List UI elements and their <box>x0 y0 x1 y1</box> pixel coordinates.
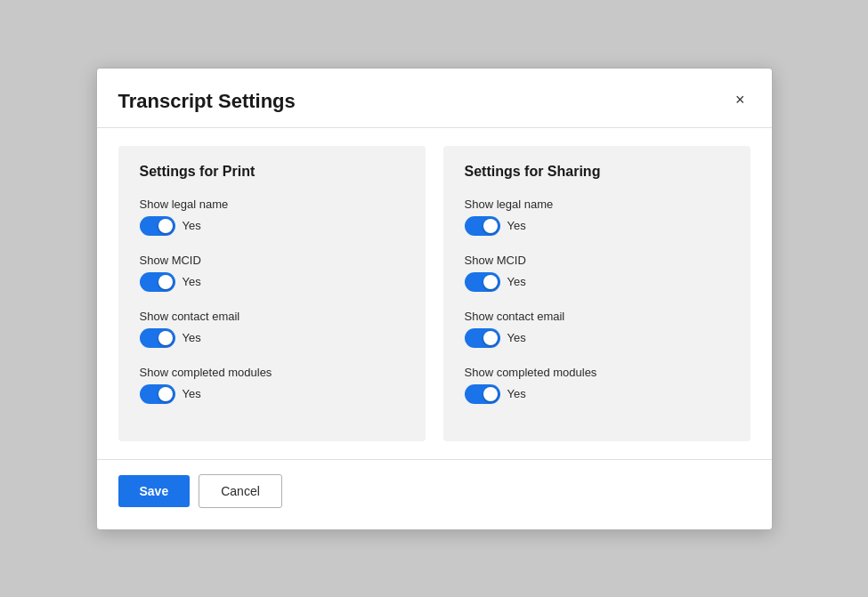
print-panel-title: Settings for Print <box>140 164 404 180</box>
transcript-settings-dialog: Transcript Settings × Settings for Print… <box>96 68 773 530</box>
sharing-legal-name-yes-label: Yes <box>507 219 526 232</box>
save-button[interactable]: Save <box>118 475 191 507</box>
print-completed-modules-toggle[interactable] <box>140 384 175 404</box>
sharing-completed-modules-item: Show completed modules Yes <box>465 366 729 404</box>
dialog-header: Transcript Settings × <box>97 69 772 128</box>
print-mcid-toggle[interactable] <box>140 272 175 292</box>
sharing-completed-modules-toggle[interactable] <box>465 384 500 404</box>
sharing-completed-modules-thumb <box>483 387 498 401</box>
sharing-contact-email-track <box>465 328 500 348</box>
sharing-completed-modules-toggle-row: Yes <box>465 384 729 404</box>
print-settings-panel: Settings for Print Show legal name Yes S… <box>118 146 426 441</box>
close-button[interactable]: × <box>730 90 750 109</box>
sharing-contact-email-thumb <box>483 331 498 345</box>
sharing-mcid-yes-label: Yes <box>507 275 526 288</box>
print-mcid-thumb <box>158 275 173 289</box>
sharing-mcid-item: Show MCID Yes <box>465 254 729 292</box>
print-legal-name-toggle[interactable] <box>140 216 175 236</box>
sharing-legal-name-item: Show legal name Yes <box>465 198 729 236</box>
sharing-mcid-thumb <box>483 275 498 289</box>
print-completed-modules-yes-label: Yes <box>183 387 201 400</box>
print-mcid-label: Show MCID <box>140 254 404 267</box>
sharing-mcid-toggle[interactable] <box>465 272 500 292</box>
print-legal-name-track <box>140 216 175 236</box>
print-legal-name-label: Show legal name <box>140 198 404 211</box>
dialog-title: Transcript Settings <box>118 90 296 113</box>
sharing-contact-email-item: Show contact email Yes <box>465 310 729 348</box>
print-completed-modules-item: Show completed modules Yes <box>140 366 404 404</box>
print-completed-modules-toggle-row: Yes <box>140 384 404 404</box>
sharing-legal-name-track <box>465 216 500 236</box>
sharing-legal-name-toggle[interactable] <box>465 216 500 236</box>
sharing-completed-modules-track <box>465 384 500 404</box>
dialog-footer: Save Cancel <box>97 459 772 529</box>
sharing-completed-modules-yes-label: Yes <box>507 387 526 400</box>
print-mcid-track <box>140 272 175 292</box>
sharing-legal-name-toggle-row: Yes <box>465 216 729 236</box>
print-completed-modules-label: Show completed modules <box>140 366 404 379</box>
print-contact-email-toggle[interactable] <box>140 328 175 348</box>
sharing-settings-panel: Settings for Sharing Show legal name Yes… <box>443 146 750 441</box>
sharing-contact-email-toggle-row: Yes <box>465 328 729 348</box>
sharing-contact-email-toggle[interactable] <box>465 328 500 348</box>
sharing-contact-email-label: Show contact email <box>465 310 729 323</box>
cancel-button[interactable]: Cancel <box>199 474 282 508</box>
print-contact-email-toggle-row: Yes <box>140 328 404 348</box>
dialog-body: Settings for Print Show legal name Yes S… <box>97 128 772 459</box>
print-contact-email-yes-label: Yes <box>183 331 201 344</box>
print-completed-modules-thumb <box>158 387 173 401</box>
sharing-completed-modules-label: Show completed modules <box>465 366 729 379</box>
print-mcid-yes-label: Yes <box>183 275 201 288</box>
print-legal-name-thumb <box>158 219 173 233</box>
sharing-mcid-label: Show MCID <box>465 254 729 267</box>
sharing-contact-email-yes-label: Yes <box>507 331 526 344</box>
print-contact-email-track <box>140 328 175 348</box>
print-completed-modules-track <box>140 384 175 404</box>
sharing-legal-name-thumb <box>483 219 498 233</box>
print-contact-email-item: Show contact email Yes <box>140 310 404 348</box>
print-legal-name-yes-label: Yes <box>183 219 201 232</box>
sharing-panel-title: Settings for Sharing <box>465 164 729 180</box>
sharing-mcid-toggle-row: Yes <box>465 272 729 292</box>
sharing-mcid-track <box>465 272 500 292</box>
print-mcid-toggle-row: Yes <box>140 272 404 292</box>
print-contact-email-label: Show contact email <box>140 310 404 323</box>
print-legal-name-item: Show legal name Yes <box>140 198 404 236</box>
print-contact-email-thumb <box>158 331 173 345</box>
print-legal-name-toggle-row: Yes <box>140 216 404 236</box>
sharing-legal-name-label: Show legal name <box>465 198 729 211</box>
print-mcid-item: Show MCID Yes <box>140 254 404 292</box>
